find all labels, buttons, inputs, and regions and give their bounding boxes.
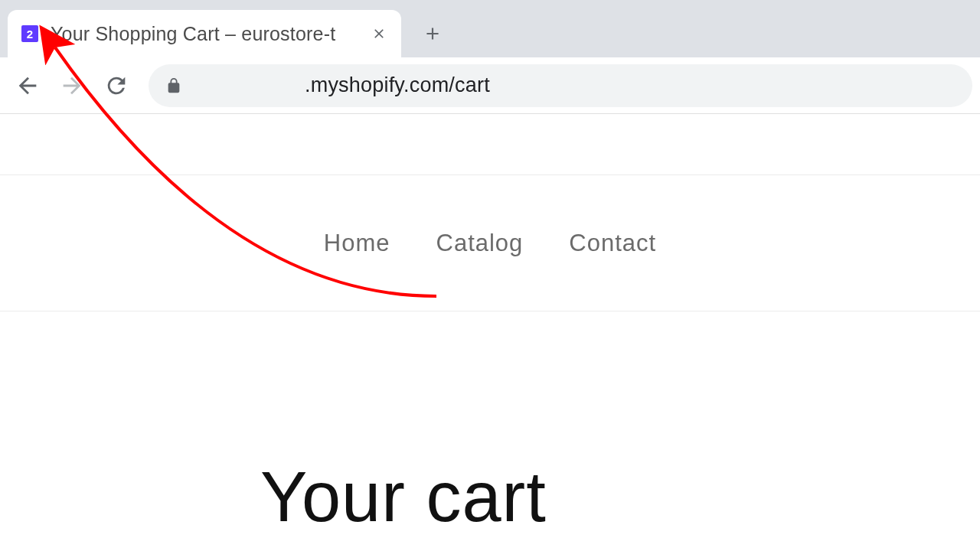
url-text: .myshopify.com/cart bbox=[305, 73, 490, 97]
reload-icon bbox=[103, 73, 129, 99]
back-button[interactable] bbox=[8, 66, 47, 106]
forward-button[interactable] bbox=[52, 66, 92, 106]
close-icon bbox=[371, 26, 387, 41]
nav-link-contact[interactable]: Contact bbox=[569, 230, 656, 257]
nav-link-home[interactable]: Home bbox=[324, 230, 390, 257]
header-spacer bbox=[0, 114, 980, 175]
browser-toolbar: .myshopify.com/cart bbox=[0, 57, 980, 114]
address-bar[interactable]: .myshopify.com/cart bbox=[149, 64, 972, 107]
site-nav: Home Catalog Contact bbox=[0, 175, 980, 311]
tab-close-button[interactable] bbox=[369, 24, 389, 44]
tab-title: Your Shopping Cart – eurostore-t bbox=[51, 23, 364, 45]
browser-tab[interactable]: 2 Your Shopping Cart – eurostore-t bbox=[8, 10, 401, 57]
browser-tab-strip: 2 Your Shopping Cart – eurostore-t bbox=[0, 0, 980, 57]
reload-button[interactable] bbox=[96, 66, 136, 106]
heading-wrap: Your cart bbox=[0, 311, 980, 537]
nav-link-catalog[interactable]: Catalog bbox=[436, 230, 524, 257]
plus-icon bbox=[423, 24, 443, 44]
page-content: Home Catalog Contact Your cart bbox=[0, 114, 980, 537]
favicon-badge: 2 bbox=[21, 25, 38, 42]
arrow-right-icon bbox=[59, 73, 85, 99]
new-tab-button[interactable] bbox=[415, 16, 450, 51]
arrow-left-icon bbox=[15, 73, 41, 99]
lock-icon bbox=[165, 77, 182, 94]
page-title: Your cart bbox=[260, 457, 980, 537]
